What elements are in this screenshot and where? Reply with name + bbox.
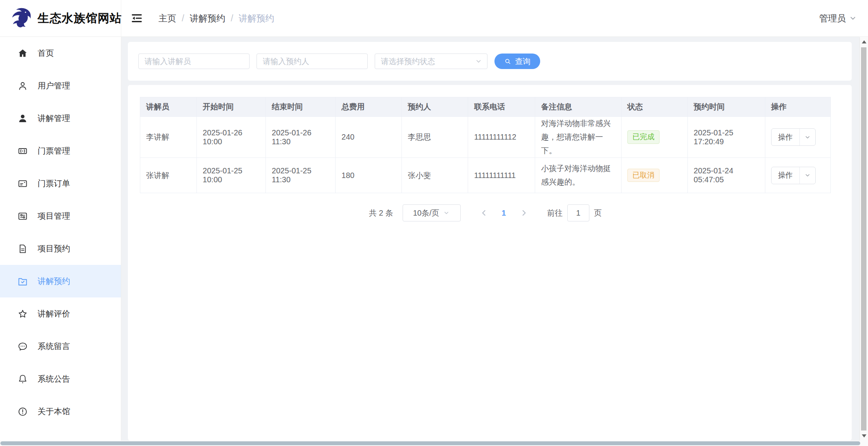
chevron-down-icon bbox=[800, 134, 815, 141]
breadcrumb-separator: / bbox=[182, 13, 184, 24]
column-header: 预约时间 bbox=[688, 97, 765, 117]
order-icon bbox=[17, 178, 28, 189]
sidebar-fold-icon[interactable] bbox=[131, 12, 143, 24]
sidebar-item-project-management[interactable]: 项目管理 bbox=[0, 200, 121, 232]
scroll-down-arrow-icon[interactable] bbox=[860, 431, 868, 441]
page-suffix: 页 bbox=[594, 208, 602, 218]
horizontal-scrollbar-thumb[interactable] bbox=[0, 441, 860, 445]
user-name: 管理员 bbox=[819, 12, 846, 24]
vertical-scrollbar-thumb[interactable] bbox=[861, 47, 866, 430]
breadcrumb: 主页 / 讲解预约 / 讲解预约 bbox=[158, 12, 274, 24]
column-header: 总费用 bbox=[336, 97, 402, 117]
current-page[interactable]: 1 bbox=[502, 209, 506, 218]
cell-action: 操作 bbox=[765, 158, 830, 193]
sidebar-item-label: 首页 bbox=[38, 48, 54, 59]
ticket-icon bbox=[17, 146, 28, 156]
column-header: 操作 bbox=[765, 97, 830, 117]
cell-status: 已完成 bbox=[621, 117, 687, 158]
search-button[interactable]: 查询 bbox=[494, 54, 540, 69]
table-row: 李讲解2025-01-26 10:002025-01-26 11:30240李思… bbox=[140, 117, 831, 158]
cell-start-time: 2025-01-26 10:00 bbox=[197, 117, 266, 158]
horizontal-scrollbar bbox=[0, 441, 868, 446]
explainer-filter-input[interactable] bbox=[138, 54, 250, 69]
document-icon bbox=[17, 244, 28, 254]
next-page-button[interactable] bbox=[519, 208, 529, 218]
sidebar-item-about[interactable]: 关于本馆 bbox=[0, 395, 121, 428]
column-header: 讲解员 bbox=[140, 97, 197, 117]
bell-icon bbox=[17, 374, 28, 384]
sidebar-item-explain-booking[interactable]: 讲解预约 bbox=[0, 265, 121, 297]
sidebar-item-explain-review[interactable]: 讲解评价 bbox=[0, 297, 121, 330]
sidebar-item-explain-management[interactable]: 讲解管理 bbox=[0, 102, 121, 135]
sidebar-item-label: 讲解评价 bbox=[38, 308, 70, 319]
sidebar-item-ticket-management[interactable]: 门票管理 bbox=[0, 135, 121, 167]
chat-dots-icon bbox=[17, 341, 28, 352]
sidebar-item-label: 门票订单 bbox=[38, 178, 70, 189]
cell-total-fee: 240 bbox=[336, 117, 402, 158]
column-header: 结束时间 bbox=[266, 97, 336, 117]
row-action-button[interactable]: 操作 bbox=[771, 167, 816, 184]
column-header: 预约人 bbox=[402, 97, 468, 117]
user-menu[interactable]: 管理员 bbox=[819, 0, 868, 36]
booker-filter-input[interactable] bbox=[257, 54, 368, 69]
sidebar-item-label: 项目预约 bbox=[38, 243, 70, 254]
column-header: 状态 bbox=[621, 97, 687, 117]
chevron-down-icon bbox=[800, 172, 815, 179]
chevron-down-icon bbox=[475, 57, 482, 65]
table-row: 张讲解2025-01-25 10:002025-01-25 11:30180张小… bbox=[140, 158, 831, 193]
goto-page-input[interactable] bbox=[567, 204, 589, 221]
breadcrumb-home[interactable]: 主页 bbox=[158, 12, 176, 24]
cell-booking-time: 2025-01-25 17:20:49 bbox=[688, 117, 765, 158]
page-size-select[interactable]: 10条/页 bbox=[403, 204, 461, 221]
header-middle: 主页 / 讲解预约 / 讲解预约 bbox=[121, 0, 819, 36]
sidebar-item-system-messages[interactable]: 系统留言 bbox=[0, 330, 121, 363]
page-size-value: 10条/页 bbox=[413, 208, 439, 218]
sidebar-item-label: 系统公告 bbox=[38, 373, 70, 384]
cell-end-time: 2025-01-25 11:30 bbox=[266, 158, 336, 193]
app-logo: 生态水族馆网站 bbox=[0, 0, 121, 36]
sidebar-item-label: 项目管理 bbox=[38, 211, 70, 221]
prev-page-button[interactable] bbox=[479, 208, 489, 218]
cell-booking-time: 2025-01-24 05:47:05 bbox=[688, 158, 765, 193]
cell-phone: 11111111112 bbox=[468, 117, 535, 158]
main-content: 请选择预约状态 查询 讲解员开始时间结束时间总费用预约人联系电话备注信息状态预约… bbox=[121, 37, 859, 441]
user-filled-icon bbox=[17, 113, 28, 124]
status-badge: 已取消 bbox=[627, 169, 660, 182]
top-header: 生态水族馆网站 主页 / 讲解预约 / 讲解预约 管理员 bbox=[0, 0, 868, 37]
cell-remark: 对海洋动物非常感兴趣，想请您讲解一下。 bbox=[535, 117, 622, 158]
bookings-card: 讲解员开始时间结束时间总费用预约人联系电话备注信息状态预约时间操作 李讲解202… bbox=[128, 85, 852, 441]
info-circle-icon bbox=[17, 406, 28, 417]
sidebar-menu: 首页用户管理讲解管理门票管理门票订单项目管理项目预约讲解预约讲解评价系统留言系统… bbox=[0, 37, 121, 441]
pagination-total: 共 2 条 bbox=[369, 208, 393, 218]
sidebar-item-project-booking[interactable]: 项目预约 bbox=[0, 232, 121, 265]
search-button-label: 查询 bbox=[515, 56, 530, 67]
status-filter-select[interactable]: 请选择预约状态 bbox=[375, 54, 487, 69]
search-icon bbox=[504, 58, 512, 65]
cell-phone: 11111111111 bbox=[468, 158, 535, 193]
row-action-button[interactable]: 操作 bbox=[771, 128, 816, 146]
vertical-scrollbar bbox=[859, 37, 868, 441]
sidebar-item-user-management[interactable]: 用户管理 bbox=[0, 69, 121, 102]
cell-explainer: 张讲解 bbox=[140, 158, 197, 193]
breadcrumb-parent[interactable]: 讲解预约 bbox=[189, 12, 225, 24]
column-header: 联系电话 bbox=[468, 97, 535, 117]
sidebar-item-system-announcements[interactable]: 系统公告 bbox=[0, 363, 121, 395]
sidebar-item-label: 讲解管理 bbox=[38, 113, 70, 124]
pagination: 共 2 条 10条/页 1 前往 页 bbox=[140, 204, 831, 221]
cell-booker: 张小斐 bbox=[402, 158, 468, 193]
status-badge: 已完成 bbox=[627, 130, 660, 144]
project-icon bbox=[17, 211, 28, 221]
column-header: 开始时间 bbox=[197, 97, 266, 117]
sidebar-item-ticket-orders[interactable]: 门票订单 bbox=[0, 167, 121, 200]
home-icon bbox=[17, 48, 28, 59]
cell-status: 已取消 bbox=[621, 158, 687, 193]
sidebar-item-label: 系统留言 bbox=[38, 341, 70, 352]
star-icon bbox=[17, 309, 28, 319]
status-select-placeholder: 请选择预约状态 bbox=[381, 56, 435, 67]
cell-start-time: 2025-01-25 10:00 bbox=[197, 158, 266, 193]
sidebar-item-label: 讲解预约 bbox=[38, 276, 70, 287]
filter-bar: 请选择预约状态 查询 bbox=[128, 42, 852, 81]
scroll-up-arrow-icon[interactable] bbox=[860, 37, 868, 47]
chevron-down-icon bbox=[849, 14, 857, 22]
sidebar-item-home[interactable]: 首页 bbox=[0, 37, 121, 69]
